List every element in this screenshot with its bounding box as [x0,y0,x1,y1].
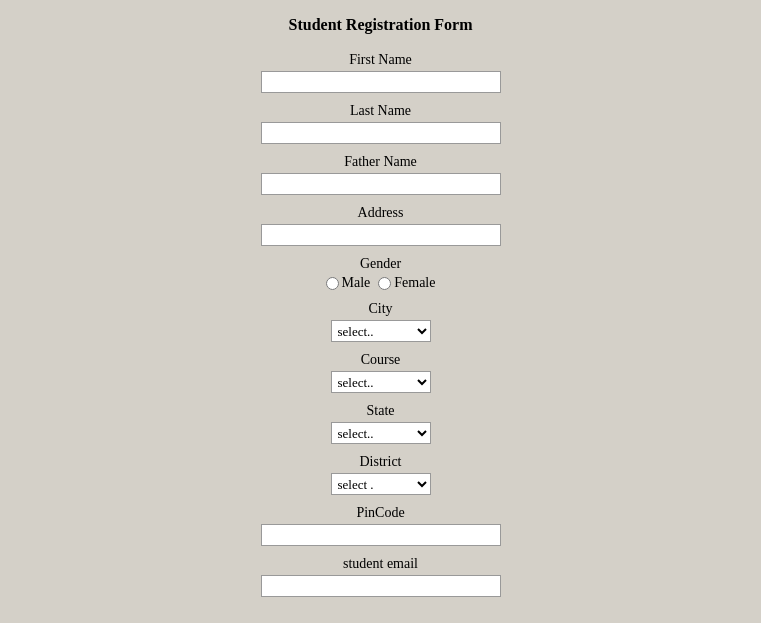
pincode-input[interactable] [261,524,501,546]
address-group: Address [0,205,761,246]
first-name-group: First Name [0,52,761,93]
student-email-label: student email [343,556,418,572]
form-container: First Name Last Name Father Name Address… [0,52,761,607]
gender-male-label: Male [342,275,371,291]
gender-female-radio[interactable] [378,277,391,290]
student-email-group: student email [0,556,761,597]
state-label: State [367,403,395,419]
city-select[interactable]: select.. [331,320,431,342]
gender-male-option: Male [326,275,371,291]
student-email-input[interactable] [261,575,501,597]
form-title: Student Registration Form [289,16,473,34]
district-group: District select . [0,454,761,495]
district-label: District [360,454,402,470]
address-input[interactable] [261,224,501,246]
state-group: State select.. [0,403,761,444]
state-select[interactable]: select.. [331,422,431,444]
first-name-label: First Name [349,52,412,68]
father-name-label: Father Name [344,154,417,170]
gender-female-option: Female [378,275,435,291]
first-name-input[interactable] [261,71,501,93]
father-name-group: Father Name [0,154,761,195]
last-name-label: Last Name [350,103,411,119]
gender-options: Male Female [326,275,436,291]
gender-male-radio[interactable] [326,277,339,290]
city-label: City [368,301,392,317]
district-select[interactable]: select . [331,473,431,495]
gender-label: Gender [360,256,401,272]
city-group: City select.. [0,301,761,342]
last-name-group: Last Name [0,103,761,144]
pincode-group: PinCode [0,505,761,546]
address-label: Address [358,205,404,221]
page-wrapper: Student Registration Form First Name Las… [0,0,761,623]
course-select[interactable]: select.. [331,371,431,393]
pincode-label: PinCode [356,505,404,521]
gender-group: Gender Male Female [326,256,436,291]
course-label: Course [361,352,401,368]
last-name-input[interactable] [261,122,501,144]
course-group: Course select.. [0,352,761,393]
father-name-input[interactable] [261,173,501,195]
gender-female-label: Female [394,275,435,291]
